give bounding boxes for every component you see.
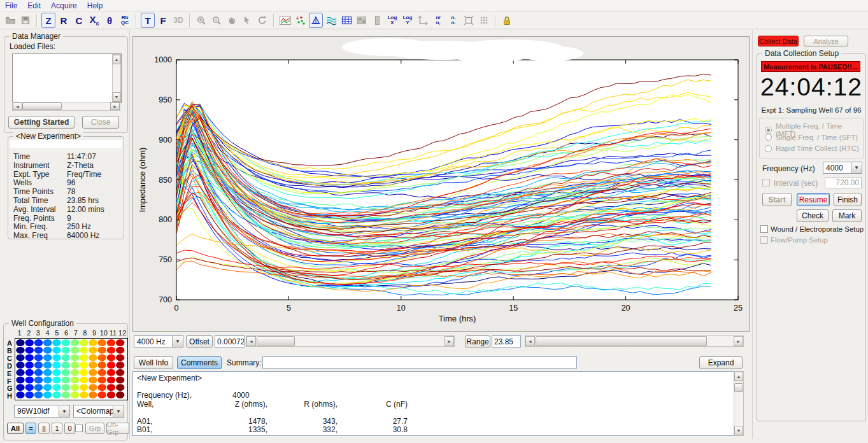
filter-zero-button[interactable]: 0 xyxy=(64,423,75,434)
well-F07[interactable] xyxy=(71,377,79,384)
well-F01[interactable] xyxy=(16,377,24,384)
well-A02[interactable] xyxy=(25,339,34,346)
well-F05[interactable] xyxy=(52,377,60,384)
expand-button[interactable]: Expand xyxy=(699,356,743,369)
well-D04[interactable] xyxy=(43,362,52,369)
well-B07[interactable] xyxy=(71,347,79,354)
menu-edit[interactable]: Edit xyxy=(22,1,46,11)
ungrp-button[interactable]: Un-Grp xyxy=(106,423,129,434)
normalize-button[interactable]: n/n, xyxy=(431,13,445,28)
flow-pump-checkbox[interactable] xyxy=(760,236,768,244)
zoom-out-icon[interactable] xyxy=(210,13,224,28)
filter-equal-button[interactable]: = xyxy=(25,423,36,434)
well-B08[interactable] xyxy=(80,347,88,354)
well-E09[interactable] xyxy=(89,369,97,376)
well-D11[interactable] xyxy=(107,362,115,369)
well-G12[interactable] xyxy=(116,384,124,391)
well-map-icon[interactable] xyxy=(355,13,369,28)
well-D03[interactable] xyxy=(34,362,43,369)
mode-option-sft[interactable]: Single Freq. / Time (SFT) xyxy=(765,134,858,141)
well-H05[interactable] xyxy=(52,391,60,398)
well-F11[interactable] xyxy=(107,377,115,384)
scroll-up-arrow[interactable]: ▲ xyxy=(734,372,743,381)
filter-all-button[interactable]: All xyxy=(7,423,24,434)
well-A10[interactable] xyxy=(98,339,106,346)
log-x-button[interactable]: LogX xyxy=(385,13,399,28)
scroll-down-arrow[interactable]: ▼ xyxy=(734,426,743,435)
well-B05[interactable] xyxy=(52,347,60,354)
well-H04[interactable] xyxy=(43,391,52,398)
well-G10[interactable] xyxy=(98,384,106,391)
well-F04[interactable] xyxy=(43,377,52,384)
well-B02[interactable] xyxy=(25,347,34,354)
well-E08[interactable] xyxy=(80,369,88,376)
well-H12[interactable] xyxy=(116,391,124,398)
well-E03[interactable] xyxy=(34,369,43,376)
plot-3d-button[interactable]: 3D xyxy=(171,13,185,28)
well-G04[interactable] xyxy=(43,384,52,391)
well-D05[interactable] xyxy=(52,362,60,369)
well-F08[interactable] xyxy=(80,377,88,384)
well-D10[interactable] xyxy=(98,362,106,369)
plate-type-select[interactable]: 96W10idf▼ xyxy=(14,405,70,418)
well-plate-map[interactable] xyxy=(15,338,128,400)
well-H08[interactable] xyxy=(80,391,88,398)
well-H11[interactable] xyxy=(107,391,115,398)
impedance-time-chart[interactable]: 70075080085090095010000510152025Time (hr… xyxy=(133,37,749,331)
chevron-down-icon[interactable]: ▼ xyxy=(172,336,183,347)
freq-plot-button[interactable]: F xyxy=(156,13,170,28)
scatter-plot-icon[interactable] xyxy=(294,13,308,28)
well-C10[interactable] xyxy=(98,354,106,361)
impedance-chart-panel[interactable]: 70075080085090095010000510152025Time (hr… xyxy=(132,36,750,332)
save-icon[interactable] xyxy=(18,13,32,28)
close-button[interactable]: Close xyxy=(82,116,119,129)
dots-grid-icon[interactable] xyxy=(477,13,491,28)
well-F12[interactable] xyxy=(116,377,124,384)
well-D08[interactable] xyxy=(80,362,88,369)
well-C06[interactable] xyxy=(62,354,70,361)
column-view-icon[interactable] xyxy=(370,13,384,28)
check-button[interactable]: Check xyxy=(797,209,829,222)
well-C12[interactable] xyxy=(116,354,124,361)
menu-file[interactable]: File xyxy=(0,1,22,11)
normalize-sub-button[interactable]: n-n. xyxy=(446,13,460,28)
well-A11[interactable] xyxy=(107,339,115,346)
well-E07[interactable] xyxy=(71,369,79,376)
well-C05[interactable] xyxy=(52,354,60,361)
resize-icon[interactable] xyxy=(462,13,476,28)
range-button[interactable]: Range xyxy=(465,335,490,348)
getting-started-button[interactable]: Getting Started xyxy=(8,116,75,129)
theta-button[interactable]: θ xyxy=(103,13,117,28)
scrollbar-thumb[interactable] xyxy=(536,336,707,346)
well-A04[interactable] xyxy=(43,339,52,346)
plot-frequency-select[interactable]: 4000 Hz▼ xyxy=(134,335,183,348)
select-cursor-icon[interactable] xyxy=(240,13,254,28)
menu-acquire[interactable]: Acquire xyxy=(46,1,82,11)
well-A03[interactable] xyxy=(34,339,43,346)
analyze-tab[interactable]: Analyze xyxy=(804,36,848,46)
pan-hand-icon[interactable] xyxy=(225,13,239,28)
scroll-up-arrow[interactable]: ▲ xyxy=(113,55,120,64)
scroll-left-arrow[interactable]: ◄ xyxy=(13,102,22,110)
well-H09[interactable] xyxy=(89,391,97,398)
well-G05[interactable] xyxy=(52,384,60,391)
well-D09[interactable] xyxy=(89,362,97,369)
well-E06[interactable] xyxy=(62,369,70,376)
resistance-r-button[interactable]: R xyxy=(57,13,71,28)
well-E12[interactable] xyxy=(116,369,124,376)
well-A06[interactable] xyxy=(62,339,70,346)
radio-button[interactable] xyxy=(765,127,772,134)
scroll-left-arrow[interactable]: ◄ xyxy=(525,336,535,346)
well-G11[interactable] xyxy=(107,384,115,391)
radio-button[interactable] xyxy=(765,134,772,141)
capacitance-c-button[interactable]: C xyxy=(72,13,86,28)
well-B04[interactable] xyxy=(43,347,52,354)
well-B11[interactable] xyxy=(107,347,115,354)
mode-option-rtc[interactable]: Rapid Time Collect (RTC) xyxy=(765,144,859,152)
loaded-files-vscrollbar[interactable]: ▲ ▼ xyxy=(112,54,121,102)
well-G09[interactable] xyxy=(89,384,97,391)
well-E05[interactable] xyxy=(52,369,60,376)
well-G08[interactable] xyxy=(80,384,88,391)
well-A07[interactable] xyxy=(71,339,79,346)
scrollbar-thumb[interactable] xyxy=(734,383,743,392)
